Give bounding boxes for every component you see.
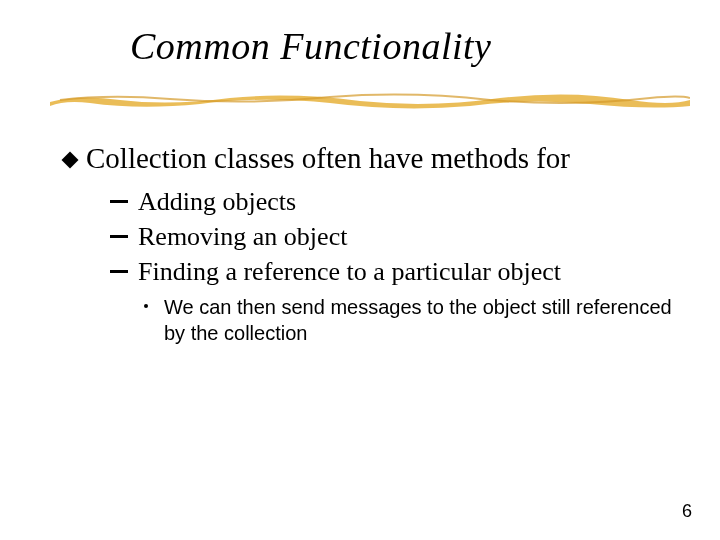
sub-bullet-text: Adding objects <box>138 184 296 219</box>
sub-bullet: Finding a reference to a particular obje… <box>110 254 680 289</box>
slide-title: Common Functionality <box>130 24 491 68</box>
sub-bullet-text: Finding a reference to a particular obje… <box>138 254 561 289</box>
dash-icon <box>110 235 128 238</box>
page-number: 6 <box>682 501 692 522</box>
sub-bullet: Removing an object <box>110 219 680 254</box>
slide: Common Functionality Collection classes … <box>0 0 720 540</box>
sub-sub-bullet-group: We can then send messages to the object … <box>144 294 680 346</box>
slide-content: Collection classes often have methods fo… <box>64 140 680 346</box>
diamond-icon <box>62 152 79 169</box>
title-underline <box>50 88 690 110</box>
dash-icon <box>110 270 128 273</box>
sub-bullet: Adding objects <box>110 184 680 219</box>
sub-sub-bullet: We can then send messages to the object … <box>144 294 680 346</box>
sub-bullet-group: Adding objects Removing an object Findin… <box>110 184 680 345</box>
sub-sub-bullet-text: We can then send messages to the object … <box>164 294 680 346</box>
dot-icon <box>144 304 148 308</box>
sub-bullet-text: Removing an object <box>138 219 347 254</box>
bullet-main-text: Collection classes often have methods fo… <box>86 142 570 174</box>
dash-icon <box>110 200 128 203</box>
bullet-main: Collection classes often have methods fo… <box>64 140 680 176</box>
